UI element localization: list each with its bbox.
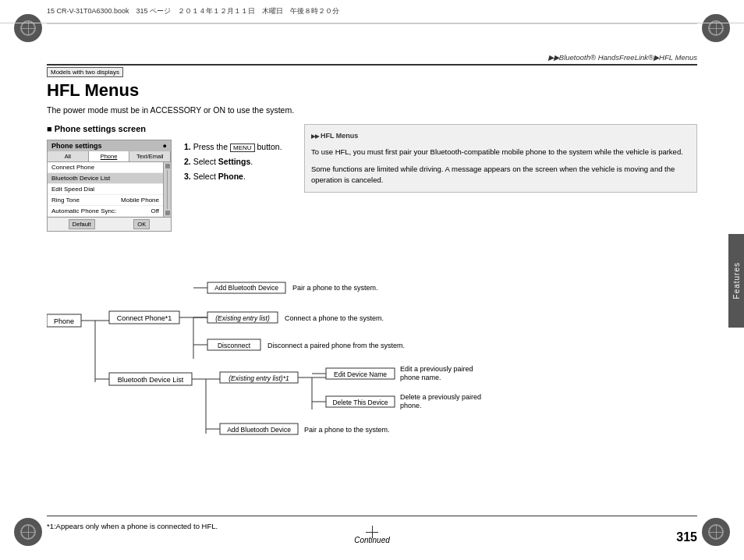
model-badge: Models with two displays: [47, 67, 123, 77]
btn-default[interactable]: Default: [69, 219, 95, 229]
svg-text:Edit Device Name: Edit Device Name: [334, 370, 387, 378]
tab-all[interactable]: All: [48, 151, 89, 161]
svg-text:phone.: phone.: [400, 402, 422, 409]
features-tab-label: Features: [732, 262, 741, 299]
svg-text:(Existing entry list): (Existing entry list): [215, 314, 270, 322]
page-title: HFL Menus: [47, 80, 697, 101]
menu-with-scroll: Connect Phone Bluetooth Device List Edit…: [48, 162, 171, 217]
menu-bluetooth-list[interactable]: Bluetooth Device List: [48, 173, 163, 184]
header-bar: 15 CR-V-31T0A6300.book 315 ページ ２０１４年１２月１…: [0, 0, 744, 23]
btn-ok[interactable]: OK: [133, 219, 150, 229]
continued-label: Continued: [354, 536, 390, 544]
menu-wrapper: Connect Phone Bluetooth Device List Edit…: [48, 162, 171, 217]
phone-section-content: Phone settings ● All Phone Text/Email Co…: [47, 140, 289, 232]
menu-diagram: Phone Connect Phone*1 Add Bluetooth Devi…: [47, 281, 702, 452]
svg-text:Disconnect: Disconnect: [218, 342, 251, 349]
top-rule: [47, 64, 697, 66]
page-number: 315: [676, 530, 697, 544]
steps: 1. Press the MENU button. 2. Select Sett…: [184, 140, 282, 232]
svg-text:Edit a previously paired: Edit a previously paired: [400, 365, 473, 373]
step-2: 2. Select Settings.: [184, 154, 282, 169]
screen-bottom-buttons: Default OK: [48, 217, 171, 231]
svg-text:Add Bluetooth Device: Add Bluetooth Device: [214, 284, 278, 292]
menu-connect-phone[interactable]: Connect Phone: [48, 162, 163, 173]
menu-speed-dial[interactable]: Edit Speed Dial: [48, 184, 163, 195]
scrollbar[interactable]: [163, 162, 171, 217]
menu-auto-sync[interactable]: Automatic Phone Sync:Off: [48, 206, 163, 217]
footnote: *1:Appears only when a phone is connecte…: [47, 522, 218, 530]
info-para-1: To use HFL, you must first pair your Blu…: [311, 147, 690, 158]
svg-text:Pair a phone to the system.: Pair a phone to the system.: [292, 284, 378, 292]
svg-text:Delete This Device: Delete This Device: [332, 399, 388, 406]
right-column: HFL Menus To use HFL, you must first pai…: [304, 124, 697, 232]
info-box: HFL Menus To use HFL, you must first pai…: [304, 124, 697, 193]
header-divider: [47, 23, 697, 24]
phone-section-heading: Phone settings screen: [47, 124, 289, 133]
info-box-title: HFL Menus: [311, 131, 690, 142]
menu-ring-tone[interactable]: Ring ToneMobile Phone: [48, 195, 163, 206]
svg-text:(Existing entry list)*1: (Existing entry list)*1: [229, 374, 289, 382]
phone-screen-mockup: Phone settings ● All Phone Text/Email Co…: [47, 140, 172, 232]
screen-title: Phone settings ●: [48, 140, 171, 151]
menu-items: Connect Phone Bluetooth Device List Edit…: [48, 162, 163, 217]
file-info: 15 CR-V-31T0A6300.book 315 ページ ２０１４年１２月１…: [47, 6, 339, 16]
svg-text:Pair a phone to the system.: Pair a phone to the system.: [304, 426, 390, 434]
corner-decoration-br: [702, 518, 730, 546]
info-para-2: Some functions are limited while driving…: [311, 164, 690, 186]
svg-text:phone name.: phone name.: [400, 374, 441, 381]
corner-decoration-bl: [14, 518, 42, 546]
bottom-rule: [47, 516, 697, 516]
svg-text:Phone: Phone: [54, 317, 74, 325]
screen-tabs: All Phone Text/Email: [48, 151, 171, 162]
svg-text:Connect Phone*1: Connect Phone*1: [117, 314, 172, 322]
svg-text:Delete a previously paired: Delete a previously paired: [400, 393, 481, 401]
breadcrumb: ▶▶Bluetooth® HandsFreeLink®▶HFL Menus: [548, 53, 697, 62]
features-tab: Features: [728, 234, 744, 328]
left-column: Phone settings screen Phone settings ● A…: [47, 124, 289, 232]
step-1: 1. Press the MENU button.: [184, 140, 282, 154]
tab-textemail[interactable]: Text/Email: [129, 151, 171, 161]
intro-text: The power mode must be in ACCESSORY or O…: [47, 105, 697, 115]
two-column-layout: Phone settings screen Phone settings ● A…: [47, 124, 697, 232]
svg-text:Connect a phone to the system.: Connect a phone to the system.: [285, 314, 384, 322]
step-3: 3. Select Phone.: [184, 169, 282, 184]
phone-screen: Phone settings ● All Phone Text/Email Co…: [47, 140, 172, 232]
svg-text:Disconnect a paired phone from: Disconnect a paired phone from the syste…: [267, 342, 405, 349]
svg-text:Bluetooth Device List: Bluetooth Device List: [118, 376, 184, 384]
svg-text:Add Bluetooth Device: Add Bluetooth Device: [227, 426, 291, 434]
tab-phone[interactable]: Phone: [89, 151, 130, 161]
